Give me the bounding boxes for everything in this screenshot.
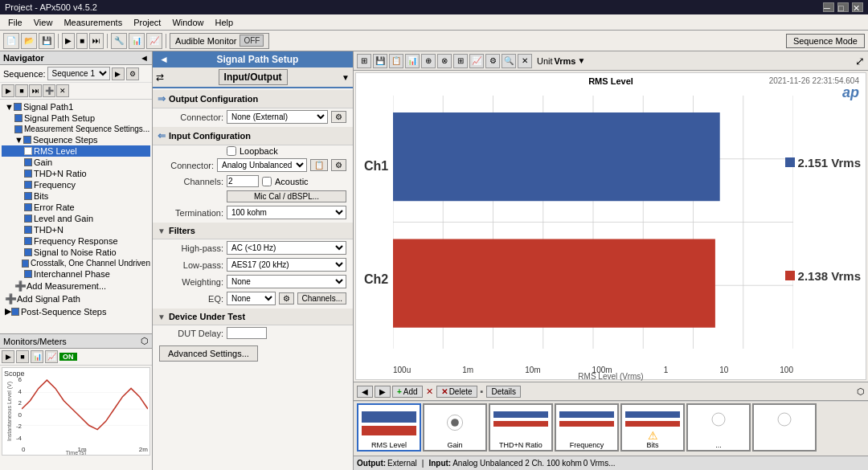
tree-item-seq-steps[interactable]: ▼ Sequence Steps	[2, 134, 150, 145]
highpass-select[interactable]: AC (<10 Hz)	[227, 241, 346, 255]
eq-select[interactable]: None	[227, 292, 276, 305]
tree-item-gain[interactable]: Gain	[2, 157, 150, 168]
tool-b[interactable]: 📊	[129, 33, 145, 49]
chart-btn-9[interactable]: ⚙	[485, 54, 500, 68]
tree-item-thdplus[interactable]: THD+N	[2, 224, 150, 235]
step-button[interactable]: ⏭	[89, 33, 104, 49]
advanced-settings-btn[interactable]: Advanced Settings...	[159, 345, 258, 362]
thumb-extra1[interactable]: ...	[686, 403, 751, 452]
prev-btn[interactable]: ◀	[357, 386, 373, 398]
menu-project[interactable]: Project	[129, 16, 166, 29]
tree-check-lg[interactable]	[24, 215, 32, 223]
nav-tool-4[interactable]: ➕	[43, 84, 55, 97]
tree-item-add-meas[interactable]: ➕ Add Measurement...	[2, 280, 150, 292]
nav-tool-5[interactable]: ✕	[56, 84, 69, 97]
thumb-extra2[interactable]	[752, 403, 817, 452]
add-btn[interactable]: + Add	[392, 386, 423, 398]
dut-header[interactable]: ▼ Device Under Test	[153, 309, 353, 325]
tree-item-rms[interactable]: RMS Level	[2, 145, 150, 157]
output-config-header[interactable]: ⇒ Output Configuration	[153, 90, 353, 108]
unit-dropdown-arrow[interactable]: ▼	[577, 56, 585, 65]
mic-cal-btn[interactable]: Mic Cal / dBSPL...	[227, 190, 346, 202]
menu-measurements[interactable]: Measurements	[59, 16, 127, 29]
input-config-btn1[interactable]: 📋	[310, 159, 328, 171]
nav-tool-2[interactable]: ■	[15, 84, 28, 97]
tree-item-freqresp[interactable]: Frequency Response	[2, 235, 150, 247]
tool-c[interactable]: 📈	[146, 33, 162, 49]
tree-item-signal-path1[interactable]: ▼ Signal Path1	[2, 101, 150, 112]
chart-btn-5[interactable]: ⊕	[421, 54, 436, 68]
next-btn[interactable]: ▶	[375, 386, 391, 398]
dut-delay-input[interactable]: 0.000 s	[227, 327, 267, 339]
thumb-gain[interactable]: Gain	[423, 403, 487, 452]
mon-btn-2[interactable]: ■	[16, 350, 29, 363]
input-connector-select[interactable]: Analog Unbalanced	[217, 158, 307, 172]
open-button[interactable]: 📂	[21, 33, 37, 49]
mon-btn-1[interactable]: ▶	[2, 350, 14, 363]
chart-btn-3[interactable]: 📋	[389, 54, 403, 68]
back-arrow[interactable]: ◄	[159, 54, 169, 65]
input-config-header[interactable]: ⇐ Input Configuration	[153, 127, 353, 145]
menu-view[interactable]: View	[29, 16, 58, 29]
thumb-freq[interactable]: Frequency	[555, 403, 619, 452]
chart-btn-6[interactable]: ⊗	[437, 54, 452, 68]
tree-check-fr[interactable]	[24, 237, 32, 245]
stop-button[interactable]: ■	[76, 33, 88, 49]
tree-item-mss[interactable]: Measurement Sequence Settings...	[2, 124, 150, 134]
tree-check-ct[interactable]	[22, 260, 29, 268]
seq-nav-btn2[interactable]: ⚙	[126, 67, 139, 80]
tree-check-snr[interactable]	[24, 248, 32, 256]
tree-check-sp1[interactable]	[14, 103, 22, 111]
tree-check-bits[interactable]	[24, 192, 32, 200]
channels-filters-btn[interactable]: Channels...	[297, 292, 346, 304]
tree-check-error[interactable]	[24, 203, 32, 211]
tree-item-thdn[interactable]: THD+N Ratio	[2, 168, 150, 179]
tree-item-add-sp[interactable]: ➕ Add Signal Path	[2, 292, 150, 305]
chart-btn-8[interactable]: 📈	[469, 54, 484, 68]
menu-window[interactable]: Window	[167, 16, 208, 29]
chart-btn-10[interactable]: 🔍	[502, 54, 516, 68]
chart-btn-1[interactable]: ⊞	[357, 54, 371, 68]
seq-nav-btn1[interactable]: ▶	[112, 67, 125, 80]
input-config-btn2[interactable]: ⚙	[331, 159, 346, 171]
mon-btn-4[interactable]: 📈	[45, 350, 58, 363]
tree-item-interch[interactable]: Interchannel Phase	[2, 268, 150, 280]
loopback-checkbox[interactable]	[227, 146, 236, 156]
new-button[interactable]: 📄	[3, 33, 19, 49]
tree-arrow-sp1[interactable]: ▼	[5, 102, 14, 112]
nav-tool-3[interactable]: ⏭	[29, 84, 42, 97]
weighting-select[interactable]: None	[227, 275, 346, 288]
chart-btn-2[interactable]: 💾	[373, 54, 387, 68]
nav-tool-1[interactable]: ▶	[2, 84, 14, 97]
lowpass-select[interactable]: AES17 (20 kHz)	[227, 258, 346, 272]
filters-arrow[interactable]: ▼	[158, 227, 166, 235]
menu-file[interactable]: File	[3, 16, 27, 29]
tree-item-post-seq[interactable]: ▶ Post-Sequence Steps	[2, 305, 150, 317]
sequence-select[interactable]: Sequence 1	[47, 67, 110, 80]
thumb-rms[interactable]: RMS Level	[357, 403, 421, 452]
sequence-mode-button[interactable]: Sequence Mode	[786, 34, 865, 48]
bottom-expand[interactable]: ⬡	[857, 386, 865, 397]
tree-check-sps[interactable]	[14, 114, 23, 122]
chart-btn-4[interactable]: 📊	[405, 54, 420, 68]
minimize-button[interactable]: ─	[823, 2, 834, 12]
filters-header[interactable]: ▼ Filters	[153, 223, 353, 239]
output-connector-select[interactable]: None (External)	[227, 110, 328, 124]
tree-check-ss[interactable]	[23, 136, 31, 144]
chart-btn-11[interactable]: ✕	[518, 54, 532, 68]
io-label[interactable]: Input/Output	[219, 69, 288, 85]
io-dropdown-arrow[interactable]: ▼	[342, 73, 350, 82]
tree-item-levelgain[interactable]: Level and Gain	[2, 213, 150, 224]
run-button[interactable]: ▶	[62, 33, 75, 49]
channels-input[interactable]	[227, 175, 259, 187]
tree-check-ic[interactable]	[24, 270, 32, 278]
tree-arrow-ps[interactable]: ▶	[5, 306, 11, 317]
termination-select[interactable]: 100 kohm	[227, 206, 346, 219]
tree-check-freq[interactable]	[24, 181, 32, 189]
tree-item-signal-path-setup[interactable]: Signal Path Setup	[2, 112, 150, 124]
mon-btn-3[interactable]: 📊	[31, 350, 43, 363]
monitors-expand-icon[interactable]: ⬡	[141, 336, 149, 346]
save-button[interactable]: 💾	[39, 33, 55, 49]
tree-item-snr[interactable]: Signal to Noise Ratio	[2, 247, 150, 258]
eq-settings-btn[interactable]: ⚙	[279, 292, 294, 304]
